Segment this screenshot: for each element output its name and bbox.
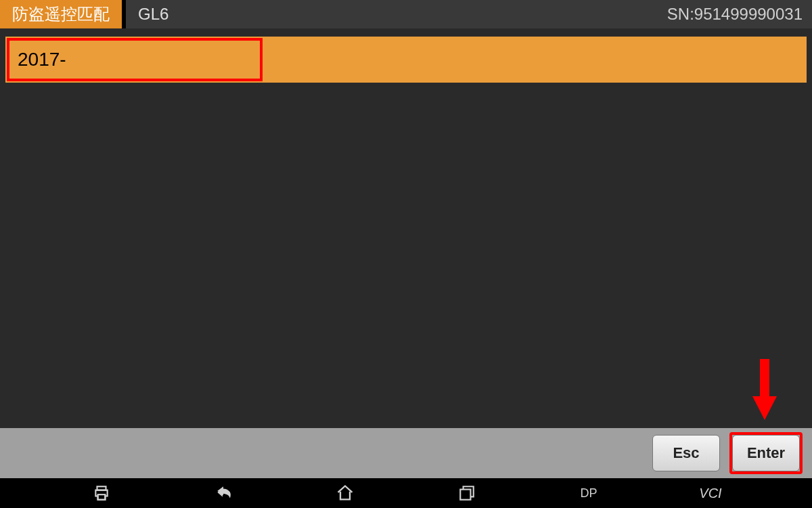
mode-badge: 防盗遥控匹配 xyxy=(0,0,126,28)
system-navbar: DP VCI xyxy=(0,478,812,508)
home-icon[interactable] xyxy=(284,484,406,503)
button-bar: Esc Enter xyxy=(0,428,812,478)
esc-button[interactable]: Esc xyxy=(652,435,720,471)
print-icon[interactable] xyxy=(41,484,162,502)
list-item-label: 2017- xyxy=(5,49,66,70)
dp-button[interactable]: DP xyxy=(528,486,650,501)
vci-label: VCI xyxy=(699,486,721,501)
recent-apps-icon[interactable] xyxy=(406,484,528,502)
svg-rect-4 xyxy=(460,490,470,500)
header-title: GL6 xyxy=(126,5,168,24)
header-bar: 防盗遥控匹配 GL6 SN:951499990031 xyxy=(0,0,812,28)
dp-label: DP xyxy=(580,486,597,501)
vci-button[interactable]: VCI xyxy=(650,486,771,501)
list-item[interactable]: 2017- xyxy=(5,37,807,83)
enter-button[interactable]: Enter xyxy=(732,435,800,471)
main-content: 2017- xyxy=(0,28,812,428)
enter-button-highlight: Enter xyxy=(729,432,803,474)
back-icon[interactable] xyxy=(162,484,284,502)
svg-rect-3 xyxy=(98,494,106,500)
serial-number: SN:951499990031 xyxy=(667,5,803,24)
mode-badge-text: 防盗遥控匹配 xyxy=(12,3,110,25)
